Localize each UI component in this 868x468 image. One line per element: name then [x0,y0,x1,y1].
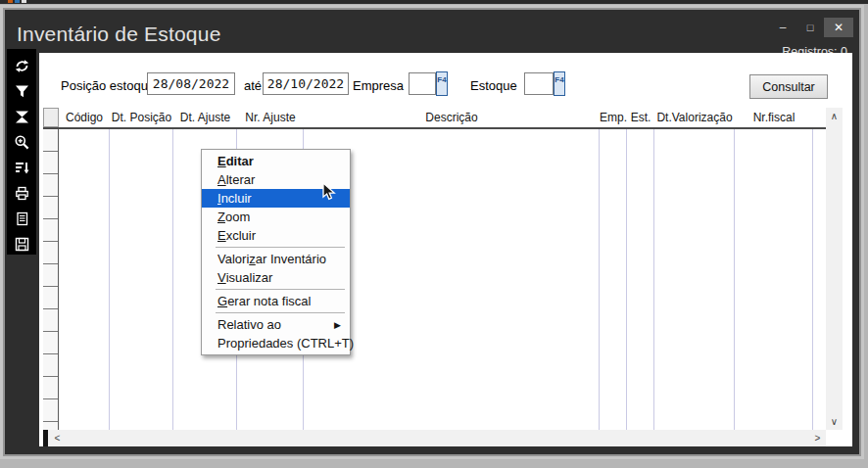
ate-label: até [244,78,262,93]
clear-filter-icon[interactable] [11,106,32,127]
grid-column-dt-posicao [110,129,173,430]
submenu-arrow-icon: ▶ [334,320,341,330]
posicao-estoque-label: Posição estoque [61,78,155,93]
save-icon[interactable] [11,233,32,255]
grid-column-filler [813,129,826,430]
column-header-nr-ajuste[interactable]: Nr. Ajuste [237,108,304,127]
print-icon[interactable] [11,182,32,204]
grid-header: Código Dt. Posição Dt. Ajuste Nr. Ajuste… [43,108,826,129]
mouse-cursor-icon [322,182,337,206]
estoque-f4-lookup-button[interactable]: F4 [554,71,565,96]
estoque-label: Estoque [470,78,517,93]
desktop-artifact [0,0,868,4]
column-header-codigo[interactable]: Código [59,108,110,127]
empresa-label: Empresa [353,78,404,93]
empresa-input[interactable] [409,72,436,95]
filter-icon[interactable] [11,80,32,102]
grid-column-codigo [59,129,110,430]
menu-item-relativo-ao[interactable]: Relativo ao ▶ [202,315,350,334]
menu-item-excluir[interactable]: Excluir [202,226,350,245]
column-header-dt-valorizacao[interactable]: Dt.Valorização [654,108,735,127]
menu-item-valorizar-inventario[interactable]: Valorizar Inventário [202,250,350,268]
screen: Inventário de Estoque – □ ✕ Registros: 0 [0,0,868,468]
window-title: Inventário de Estoque [17,23,221,46]
menu-item-editar[interactable]: Editar [202,152,350,170]
zoom-icon[interactable] [11,131,32,153]
refresh-icon[interactable] [11,55,32,76]
inventory-grid: Código Dt. Posição Dt. Ajuste Nr. Ajuste… [43,108,843,446]
consultar-button[interactable]: Consultar [749,74,828,99]
menu-item-zoom[interactable]: Zoom [202,208,350,226]
menu-item-propriedades[interactable]: Propriedades (CTRL+T) [202,334,350,352]
menu-separator [216,289,345,290]
row-indicator-header [43,108,59,127]
grid-column-emp [600,129,627,430]
maximize-button[interactable]: □ [796,18,824,37]
grid-column-dt-valorizacao [654,129,735,430]
column-header-nr-fiscal[interactable]: Nr.fiscal [735,108,813,127]
column-header-descricao[interactable]: Descrição [304,108,600,127]
column-header-emp[interactable]: Emp. [600,108,627,127]
desktop-artifact-dot [8,0,13,3]
scroll-right-icon[interactable]: > [809,430,826,446]
column-header-dt-posicao[interactable]: Dt. Posição [110,108,173,127]
close-button[interactable]: ✕ [824,18,853,37]
column-header-filler [813,108,826,127]
row-indicator-column [43,129,59,430]
vertical-scrollbar[interactable]: ∧ ∨ [826,108,843,430]
title-bar[interactable]: Inventário de Estoque [5,10,859,49]
window-controls: – □ ✕ [769,18,853,37]
grid-body[interactable] [43,129,826,430]
app-window: Inventário de Estoque – □ ✕ Registros: 0 [5,10,859,454]
estoque-input[interactable] [524,72,554,95]
column-header-dt-ajuste[interactable]: Dt. Ajuste [173,108,237,127]
sort-icon[interactable] [11,157,32,178]
scroll-up-icon[interactable]: ∧ [826,108,843,124]
grid-column-est [627,129,654,430]
posicao-from-input[interactable] [147,72,235,95]
left-toolbar [7,49,36,255]
horizontal-scrollbar[interactable]: < > [43,430,826,446]
context-menu: Editar Alterar Incluir Zoom Excluir Valo… [201,149,351,355]
menu-item-gerar-nota-fiscal[interactable]: Gerar nota fiscal [202,292,350,310]
menu-separator [216,247,345,248]
report-icon[interactable] [11,208,32,229]
menu-separator [216,312,345,313]
desktop-artifact-dot [22,0,26,3]
grid-column-nr-fiscal [735,129,813,430]
column-header-est[interactable]: Est. [627,108,654,127]
content-panel: Posição estoque até Empresa F4 Estoque F… [39,53,852,446]
posicao-to-input[interactable] [263,72,349,95]
menu-item-visualizar[interactable]: Visualizar [202,268,350,287]
horizontal-scrollbar-thumb[interactable] [43,430,48,446]
desktop-artifact-dot [15,0,20,3]
empresa-f4-lookup-button[interactable]: F4 [436,71,448,96]
scroll-down-icon[interactable]: ∨ [826,413,843,430]
scroll-left-icon[interactable]: < [49,430,66,446]
minimize-button[interactable]: – [769,18,796,37]
